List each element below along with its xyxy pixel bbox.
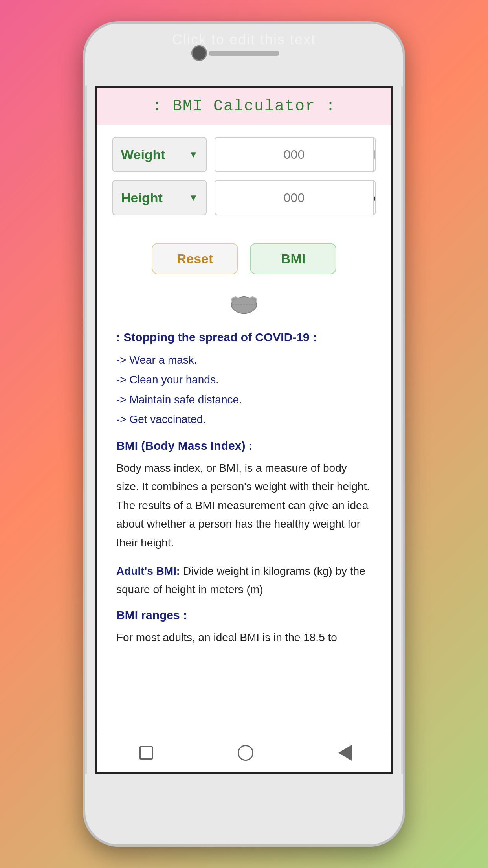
circle-icon bbox=[238, 745, 253, 761]
app-header: : BMI Calculator : bbox=[97, 88, 391, 125]
nav-home-button[interactable] bbox=[234, 741, 257, 765]
phone-shell: Click to edit this text : BMI Calculator… bbox=[83, 21, 405, 847]
phone-footer-shell bbox=[85, 774, 403, 844]
height-label: Height bbox=[121, 190, 163, 206]
weight-unit: Kg bbox=[373, 138, 376, 171]
covid-list-item: -> Clean your hands. bbox=[116, 370, 372, 390]
svg-point-0 bbox=[232, 297, 256, 313]
height-dropdown[interactable]: Height ▼ bbox=[112, 180, 207, 215]
covid-title: : Stopping the spread of COVID-19 : bbox=[116, 329, 372, 346]
phone-camera bbox=[191, 45, 207, 61]
weight-row: Weight ▼ Kg bbox=[112, 137, 376, 172]
app-title: : BMI Calculator : bbox=[152, 97, 336, 115]
height-input-container: cm bbox=[215, 180, 376, 215]
height-arrow: ▼ bbox=[189, 192, 198, 203]
triangle-icon bbox=[338, 745, 352, 761]
height-unit: cm bbox=[373, 181, 376, 215]
weight-input[interactable] bbox=[215, 138, 373, 171]
bmi-button[interactable]: BMI bbox=[250, 243, 336, 274]
adults-bmi: Adult's BMI: Divide weight in kilograms … bbox=[116, 562, 372, 599]
app-screen: : BMI Calculator : Weight ▼ Kg Height ▼ bbox=[95, 86, 393, 774]
buttons-row: Reset BMI bbox=[97, 235, 391, 286]
reset-button[interactable]: Reset bbox=[152, 243, 238, 274]
bmi-ranges-title: BMI ranges : bbox=[116, 609, 372, 622]
bmi-body: Body mass index, or BMI, is a measure of… bbox=[116, 459, 372, 552]
watermark-text: Click to edit this text bbox=[172, 31, 316, 48]
mask-area bbox=[97, 286, 391, 325]
info-section: : Stopping the spread of COVID-19 : -> W… bbox=[97, 325, 391, 733]
covid-list-item: -> Get vaccinated. bbox=[116, 410, 372, 429]
phone-top: Click to edit this text bbox=[85, 24, 403, 86]
covid-list: -> Wear a mask.-> Clean your hands.-> Ma… bbox=[116, 350, 372, 430]
nav-back-button[interactable] bbox=[333, 741, 357, 765]
weight-input-container: Kg bbox=[215, 137, 376, 172]
mask-icon bbox=[228, 294, 260, 321]
bmi-ranges-body: For most adults, an ideal BMI is in the … bbox=[116, 628, 372, 647]
bmi-title: BMI (Body Mass Index) : bbox=[116, 439, 372, 452]
phone-bottom-nav bbox=[97, 733, 393, 772]
weight-dropdown[interactable]: Weight ▼ bbox=[112, 137, 207, 172]
square-icon bbox=[139, 746, 153, 760]
covid-list-item: -> Wear a mask. bbox=[116, 350, 372, 370]
nav-square-button[interactable] bbox=[134, 741, 158, 765]
height-input[interactable] bbox=[215, 181, 373, 215]
weight-arrow: ▼ bbox=[189, 149, 198, 160]
phone-speaker bbox=[209, 51, 279, 56]
weight-label: Weight bbox=[121, 147, 165, 162]
height-row: Height ▼ cm bbox=[112, 180, 376, 215]
covid-list-item: -> Maintain safe distance. bbox=[116, 390, 372, 410]
calculator-area: Weight ▼ Kg Height ▼ cm bbox=[97, 125, 391, 235]
adults-bmi-label: Adult's BMI: bbox=[116, 565, 180, 577]
